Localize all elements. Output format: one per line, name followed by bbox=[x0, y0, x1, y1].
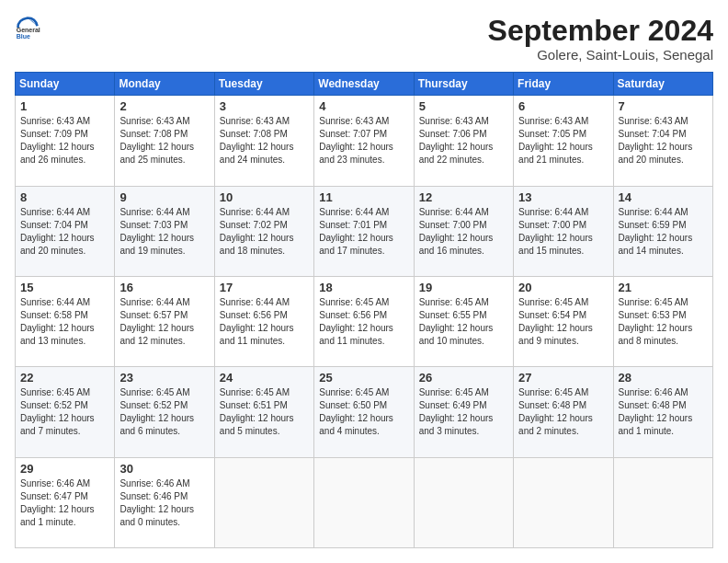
week-row-3: 15Sunrise: 6:44 AMSunset: 6:58 PMDayligh… bbox=[16, 276, 713, 366]
table-row: 13Sunrise: 6:44 AMSunset: 7:00 PMDayligh… bbox=[514, 186, 613, 276]
day-info: Sunrise: 6:45 AMSunset: 6:56 PMDaylight:… bbox=[319, 296, 408, 348]
day-info: Sunrise: 6:46 AMSunset: 6:46 PMDaylight:… bbox=[119, 477, 209, 529]
calendar-table: Sunday Monday Tuesday Wednesday Thursday… bbox=[15, 72, 713, 548]
table-row: 16Sunrise: 6:44 AMSunset: 6:57 PMDayligh… bbox=[115, 276, 214, 366]
table-row: 30Sunrise: 6:46 AMSunset: 6:46 PMDayligh… bbox=[115, 457, 214, 547]
table-row: 11Sunrise: 6:44 AMSunset: 7:01 PMDayligh… bbox=[314, 186, 414, 276]
table-row: 21Sunrise: 6:45 AMSunset: 6:53 PMDayligh… bbox=[613, 276, 712, 366]
day-number: 16 bbox=[119, 281, 209, 294]
day-info: Sunrise: 6:43 AMSunset: 7:08 PMDaylight:… bbox=[220, 115, 309, 167]
header-saturday: Saturday bbox=[613, 73, 712, 96]
day-number: 13 bbox=[518, 190, 608, 204]
header-friday: Friday bbox=[514, 73, 613, 96]
day-info: Sunrise: 6:43 AMSunset: 7:09 PMDaylight:… bbox=[20, 115, 109, 167]
table-row bbox=[314, 457, 414, 547]
subtitle: Golere, Saint-Louis, Senegal bbox=[488, 47, 713, 63]
day-number: 21 bbox=[619, 281, 708, 294]
day-info: Sunrise: 6:45 AMSunset: 6:48 PMDaylight:… bbox=[518, 386, 608, 438]
day-number: 10 bbox=[220, 190, 309, 204]
day-info: Sunrise: 6:45 AMSunset: 6:49 PMDaylight:… bbox=[419, 386, 508, 438]
table-row: 17Sunrise: 6:44 AMSunset: 6:56 PMDayligh… bbox=[214, 276, 313, 366]
week-row-5: 29Sunrise: 6:46 AMSunset: 6:47 PMDayligh… bbox=[16, 457, 713, 547]
table-row: 26Sunrise: 6:45 AMSunset: 6:49 PMDayligh… bbox=[414, 367, 513, 457]
day-number: 28 bbox=[619, 371, 708, 385]
day-number: 23 bbox=[119, 371, 209, 385]
day-info: Sunrise: 6:45 AMSunset: 6:55 PMDaylight:… bbox=[419, 296, 508, 348]
table-row bbox=[514, 457, 613, 547]
day-number: 15 bbox=[20, 281, 109, 294]
day-number: 11 bbox=[319, 190, 408, 204]
day-info: Sunrise: 6:44 AMSunset: 6:59 PMDaylight:… bbox=[619, 206, 708, 258]
day-info: Sunrise: 6:45 AMSunset: 6:51 PMDaylight:… bbox=[220, 386, 309, 438]
table-row: 22Sunrise: 6:45 AMSunset: 6:52 PMDayligh… bbox=[16, 367, 115, 457]
day-info: Sunrise: 6:44 AMSunset: 7:02 PMDaylight:… bbox=[220, 206, 309, 258]
day-number: 4 bbox=[319, 99, 408, 113]
header-wednesday: Wednesday bbox=[314, 73, 414, 96]
day-info: Sunrise: 6:46 AMSunset: 6:48 PMDaylight:… bbox=[619, 386, 708, 438]
table-row: 12Sunrise: 6:44 AMSunset: 7:00 PMDayligh… bbox=[414, 186, 513, 276]
header-monday: Monday bbox=[115, 73, 214, 96]
table-row: 6Sunrise: 6:43 AMSunset: 7:05 PMDaylight… bbox=[514, 96, 613, 186]
day-number: 7 bbox=[619, 99, 708, 113]
table-row: 10Sunrise: 6:44 AMSunset: 7:02 PMDayligh… bbox=[214, 186, 313, 276]
title-block: September 2024 Golere, Saint-Louis, Sene… bbox=[488, 15, 713, 63]
day-number: 5 bbox=[419, 99, 508, 113]
table-row: 5Sunrise: 6:43 AMSunset: 7:06 PMDaylight… bbox=[414, 96, 513, 186]
day-number: 25 bbox=[319, 371, 408, 385]
table-row: 29Sunrise: 6:46 AMSunset: 6:47 PMDayligh… bbox=[16, 457, 115, 547]
week-row-2: 8Sunrise: 6:44 AMSunset: 7:04 PMDaylight… bbox=[16, 186, 713, 276]
table-row bbox=[214, 457, 313, 547]
day-number: 20 bbox=[518, 281, 608, 294]
table-row: 15Sunrise: 6:44 AMSunset: 6:58 PMDayligh… bbox=[16, 276, 115, 366]
day-info: Sunrise: 6:44 AMSunset: 6:57 PMDaylight:… bbox=[119, 296, 209, 348]
svg-text:Blue: Blue bbox=[17, 33, 30, 40]
week-row-4: 22Sunrise: 6:45 AMSunset: 6:52 PMDayligh… bbox=[16, 367, 713, 457]
table-row bbox=[613, 457, 712, 547]
day-number: 6 bbox=[518, 99, 608, 113]
day-number: 26 bbox=[419, 371, 508, 385]
table-row: 20Sunrise: 6:45 AMSunset: 6:54 PMDayligh… bbox=[514, 276, 613, 366]
week-row-1: 1Sunrise: 6:43 AMSunset: 7:09 PMDaylight… bbox=[16, 96, 713, 186]
day-info: Sunrise: 6:45 AMSunset: 6:54 PMDaylight:… bbox=[518, 296, 608, 348]
header: General Blue September 2024 Golere, Sain… bbox=[15, 15, 713, 63]
day-number: 18 bbox=[319, 281, 408, 294]
day-number: 3 bbox=[220, 99, 309, 113]
day-info: Sunrise: 6:44 AMSunset: 7:00 PMDaylight:… bbox=[419, 206, 508, 258]
day-info: Sunrise: 6:45 AMSunset: 6:52 PMDaylight:… bbox=[20, 386, 109, 438]
header-thursday: Thursday bbox=[414, 73, 513, 96]
logo: General Blue bbox=[15, 15, 40, 40]
day-number: 14 bbox=[619, 190, 708, 204]
logo-icon: General Blue bbox=[15, 15, 40, 40]
day-info: Sunrise: 6:45 AMSunset: 6:50 PMDaylight:… bbox=[319, 386, 408, 438]
day-number: 24 bbox=[220, 371, 309, 385]
day-info: Sunrise: 6:44 AMSunset: 7:01 PMDaylight:… bbox=[319, 206, 408, 258]
day-info: Sunrise: 6:44 AMSunset: 7:00 PMDaylight:… bbox=[518, 206, 608, 258]
day-number: 19 bbox=[419, 281, 508, 294]
day-info: Sunrise: 6:46 AMSunset: 6:47 PMDaylight:… bbox=[20, 477, 109, 529]
table-row: 28Sunrise: 6:46 AMSunset: 6:48 PMDayligh… bbox=[613, 367, 712, 457]
table-row: 3Sunrise: 6:43 AMSunset: 7:08 PMDaylight… bbox=[214, 96, 313, 186]
header-tuesday: Tuesday bbox=[214, 73, 313, 96]
day-number: 17 bbox=[220, 281, 309, 294]
day-info: Sunrise: 6:43 AMSunset: 7:05 PMDaylight:… bbox=[518, 115, 608, 167]
table-row: 2Sunrise: 6:43 AMSunset: 7:08 PMDaylight… bbox=[115, 96, 214, 186]
table-row: 19Sunrise: 6:45 AMSunset: 6:55 PMDayligh… bbox=[414, 276, 513, 366]
day-info: Sunrise: 6:43 AMSunset: 7:04 PMDaylight:… bbox=[619, 115, 708, 167]
day-number: 27 bbox=[518, 371, 608, 385]
day-number: 30 bbox=[119, 462, 209, 476]
day-number: 22 bbox=[20, 371, 109, 385]
day-info: Sunrise: 6:45 AMSunset: 6:52 PMDaylight:… bbox=[119, 386, 209, 438]
page: General Blue September 2024 Golere, Sain… bbox=[0, 0, 728, 563]
table-row: 14Sunrise: 6:44 AMSunset: 6:59 PMDayligh… bbox=[613, 186, 712, 276]
day-info: Sunrise: 6:43 AMSunset: 7:08 PMDaylight:… bbox=[119, 115, 209, 167]
day-number: 2 bbox=[119, 99, 209, 113]
day-number: 29 bbox=[20, 462, 109, 476]
weekday-header-row: Sunday Monday Tuesday Wednesday Thursday… bbox=[16, 73, 713, 96]
table-row: 24Sunrise: 6:45 AMSunset: 6:51 PMDayligh… bbox=[214, 367, 313, 457]
day-info: Sunrise: 6:43 AMSunset: 7:07 PMDaylight:… bbox=[319, 115, 408, 167]
day-info: Sunrise: 6:45 AMSunset: 6:53 PMDaylight:… bbox=[619, 296, 708, 348]
table-row: 8Sunrise: 6:44 AMSunset: 7:04 PMDaylight… bbox=[16, 186, 115, 276]
svg-text:General: General bbox=[17, 27, 40, 33]
table-row: 4Sunrise: 6:43 AMSunset: 7:07 PMDaylight… bbox=[314, 96, 414, 186]
day-info: Sunrise: 6:44 AMSunset: 7:04 PMDaylight:… bbox=[20, 206, 109, 258]
